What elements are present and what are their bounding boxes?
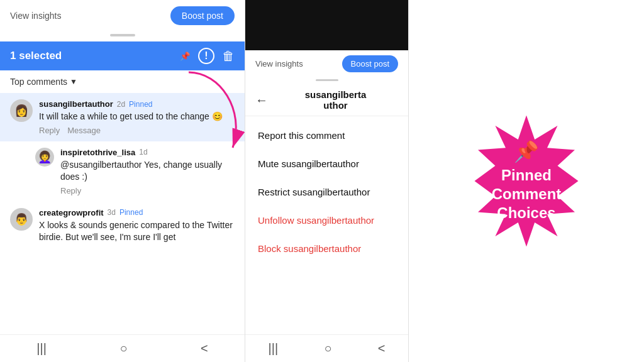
scroll-indicator: [110, 34, 135, 36]
right-phone-nav: ||| ○ <: [245, 334, 408, 362]
nav-menu-icon[interactable]: |||: [36, 341, 47, 356]
annotation-title: PinnedCommentChoices: [492, 166, 562, 222]
selected-count-label: 1 selected: [10, 50, 172, 62]
filter-arrow-icon: ▼: [70, 77, 77, 86]
message-button[interactable]: Message: [67, 126, 101, 135]
unfollow-user-option[interactable]: Unfollow susangilbertauthor: [245, 206, 408, 234]
reply-button[interactable]: Reply: [39, 126, 60, 135]
right-boost-post-button[interactable]: Boost post: [342, 55, 398, 72]
back-arrow-icon[interactable]: ←: [255, 93, 268, 107]
view-insights-button[interactable]: View insights: [10, 11, 61, 21]
comment-time: 3d: [108, 208, 116, 217]
comment-header: creategrowprofit 3d Pinned: [39, 208, 235, 217]
boost-post-button[interactable]: Boost post: [170, 6, 235, 25]
report-comment-option[interactable]: Report this comment: [245, 121, 408, 150]
comment-username: creategrowprofit: [39, 208, 104, 217]
black-banner: [245, 0, 408, 50]
comment-actions: Reply Message: [39, 126, 235, 135]
mute-user-option[interactable]: Mute susangilbertauthor: [245, 150, 408, 178]
comment-content: inspiretothrive_lisa 1d @susangilbertaut…: [60, 148, 235, 195]
comment-item: 👨 creategrowprofit 3d Pinned X looks & s…: [0, 202, 245, 253]
profile-name: susangilbertauthor: [273, 89, 398, 111]
pinned-badge: Pinned: [129, 100, 152, 109]
comment-time: 2d: [117, 100, 125, 109]
pin-icon: 📌: [180, 52, 191, 61]
menu-options-list: Report this comment Mute susangilbertaut…: [245, 116, 408, 268]
nav-home-icon-right[interactable]: ○: [324, 341, 331, 356]
avatar: 👩‍🦱: [35, 148, 54, 167]
left-top-bar: View insights Boost post: [0, 0, 245, 31]
nav-home-icon[interactable]: ○: [119, 341, 127, 356]
report-action-button[interactable]: !: [198, 48, 214, 64]
profile-header: ← susangilbertauthor: [245, 84, 408, 116]
delete-action-button[interactable]: 🗑: [222, 49, 235, 63]
reply-button[interactable]: Reply: [60, 186, 81, 195]
comment-content: susangilbertauthor 2d Pinned It will tak…: [39, 99, 235, 135]
left-phone-nav: ||| ○ <: [0, 334, 245, 362]
starburst-badge: 📌 PinnedCommentChoices: [457, 112, 596, 250]
comment-text: @susangilbertauthor Yes, change usually …: [60, 159, 235, 184]
nav-back-icon[interactable]: <: [201, 341, 208, 356]
avatar: 👩: [10, 99, 33, 122]
comments-filter-button[interactable]: Top comments ▼: [0, 70, 245, 93]
filter-label: Top comments: [10, 77, 67, 87]
comment-item: 👩‍🦱 inspiretothrive_lisa 1d @susangilber…: [0, 141, 245, 202]
right-view-insights-button[interactable]: View insights: [255, 59, 303, 69]
comment-time: 1d: [139, 148, 147, 156]
nav-menu-icon-right[interactable]: |||: [269, 341, 279, 356]
annotation-area: 📌 PinnedCommentChoices: [409, 0, 644, 362]
right-scroll-indicator: [316, 79, 338, 81]
comment-header: susangilbertauthor 2d Pinned: [39, 99, 235, 109]
comment-content: creategrowprofit 3d Pinned X looks & sou…: [39, 208, 235, 246]
comment-username: inspiretothrive_lisa: [60, 148, 135, 157]
selected-bar: 1 selected 📌 ! 🗑: [0, 41, 245, 70]
block-user-option[interactable]: Block susangilbertauthor: [245, 234, 408, 263]
left-phone-panel: View insights Boost post 1 selected 📌 ! …: [0, 0, 245, 362]
exclaim-icon: !: [198, 48, 214, 64]
pin-action-button[interactable]: 📌: [180, 52, 191, 61]
pinned-badge: Pinned: [119, 208, 143, 217]
comment-text: X looks & sounds generic compared to the…: [39, 219, 235, 244]
comment-item: 👩 susangilbertauthor 2d Pinned It will t…: [0, 93, 245, 141]
pin-annotation-emoji: 📌: [492, 140, 562, 163]
comment-text: It will take a while to get used to the …: [39, 111, 235, 123]
right-phone-panel: View insights Boost post ← susangilberta…: [245, 0, 409, 362]
restrict-user-option[interactable]: Restrict susangilbertauthor: [245, 178, 408, 206]
nav-back-icon-right[interactable]: <: [378, 341, 386, 356]
comment-username: susangilbertauthor: [39, 99, 113, 109]
right-top-bar: View insights Boost post: [245, 50, 408, 77]
avatar: 👨: [10, 208, 33, 231]
comment-header: inspiretothrive_lisa 1d: [60, 148, 235, 157]
comment-actions: Reply: [60, 186, 235, 195]
trash-icon: 🗑: [222, 49, 235, 63]
